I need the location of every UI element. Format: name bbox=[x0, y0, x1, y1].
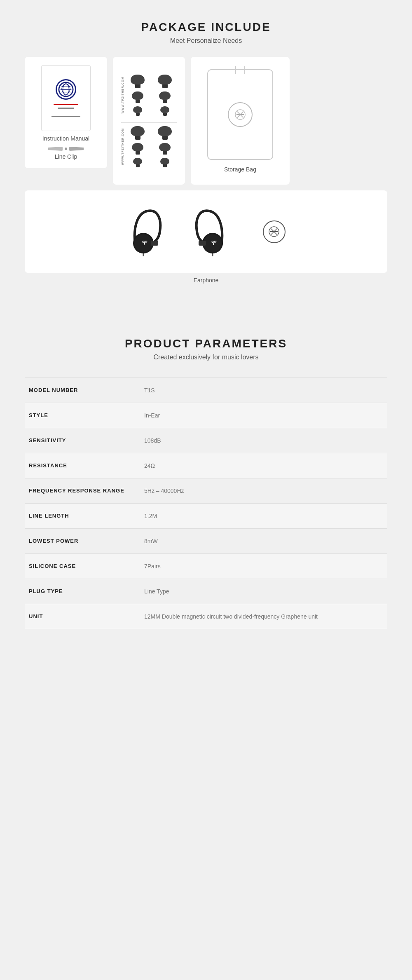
eartips-card: WWW.TFZITHER.COM bbox=[113, 57, 185, 185]
manual-line-red bbox=[54, 104, 78, 105]
items-top-row: Instruction Manual Line Clip WWW.TFZITHE… bbox=[25, 57, 387, 185]
param-value-5: 1.2M bbox=[140, 504, 387, 529]
eartip-m3 bbox=[126, 143, 150, 155]
tfz-label-bottom: WWW.TFZITHER.COM bbox=[121, 128, 124, 165]
bag-logo bbox=[228, 102, 253, 127]
param-value-0: T1S bbox=[140, 378, 387, 403]
package-section: PACKAGE INCLUDE Meet Personalize Needs bbox=[0, 0, 412, 300]
earphone-row: ℉ ℉ bbox=[25, 190, 387, 284]
instruction-manual-card: Instruction Manual Line Clip bbox=[25, 57, 107, 168]
param-label-5: LINE LENGTH bbox=[25, 504, 140, 529]
eartip-stem bbox=[163, 100, 167, 103]
param-value-4: 5Hz – 40000Hz bbox=[140, 478, 387, 504]
params-table: MODEL NUMBER T1S STYLE In-Ear SENSITIVIT… bbox=[25, 377, 387, 629]
eartips-inner: WWW.TFZITHER.COM bbox=[121, 75, 177, 167]
param-label-2: SENSITIVITY bbox=[25, 428, 140, 453]
param-value-2: 108dB bbox=[140, 428, 387, 453]
eartip-body bbox=[160, 158, 169, 164]
brand-logo-manual bbox=[56, 79, 76, 100]
eartip-body bbox=[158, 126, 172, 136]
eartip-s2 bbox=[153, 106, 177, 116]
bag-strings bbox=[235, 66, 245, 74]
eartip-m1 bbox=[126, 91, 150, 103]
bag-label: Storage Bag bbox=[224, 166, 256, 173]
params-row: SENSITIVITY 108dB bbox=[25, 428, 387, 453]
param-label-3: RESISTANCE bbox=[25, 453, 140, 478]
eartip-body bbox=[131, 126, 145, 136]
storage-bag-card: Storage Bag bbox=[191, 57, 290, 185]
section-divider bbox=[0, 300, 412, 312]
param-label-4: FREQUENCY RESPONSE RANGE bbox=[25, 478, 140, 504]
params-row: FREQUENCY RESPONSE RANGE 5Hz – 40000Hz bbox=[25, 478, 387, 504]
eartips-top-section: WWW.TFZITHER.COM bbox=[121, 75, 177, 116]
manual-line-1 bbox=[58, 108, 74, 109]
eartip-s3 bbox=[126, 158, 150, 167]
param-value-8: Line Type bbox=[140, 579, 387, 604]
eartip-stem bbox=[136, 113, 140, 116]
eartip-stem bbox=[135, 84, 140, 88]
eartip-stem bbox=[136, 100, 140, 103]
package-title: PACKAGE INCLUDE bbox=[25, 21, 387, 34]
earphone-left: ℉ bbox=[127, 207, 168, 256]
svg-rect-10 bbox=[151, 241, 158, 246]
param-label-7: SILICONE CASE bbox=[25, 554, 140, 579]
param-label-1: STYLE bbox=[25, 403, 140, 428]
param-value-1: In-Ear bbox=[140, 403, 387, 428]
eartip-l3 bbox=[126, 126, 150, 140]
package-subtitle: Meet Personalize Needs bbox=[25, 37, 387, 45]
params-section: PRODUCT PARAMETERS Created exclusively f… bbox=[0, 312, 412, 646]
eartips-bottom-section: WWW.TFZITHER.COM bbox=[121, 126, 177, 167]
eartip-m4 bbox=[153, 143, 177, 155]
params-row: MODEL NUMBER T1S bbox=[25, 378, 387, 403]
clip-illustration bbox=[48, 147, 84, 151]
eartip-stem bbox=[135, 136, 140, 140]
eartip-stem bbox=[163, 113, 167, 116]
param-value-3: 24Ω bbox=[140, 453, 387, 478]
eartip-stem bbox=[162, 136, 168, 140]
eartip-body bbox=[159, 143, 171, 151]
eartip-body bbox=[133, 106, 142, 113]
tfz-label-top: WWW.TFZITHER.COM bbox=[121, 77, 124, 113]
eartips-grid-top bbox=[126, 75, 177, 116]
earphone-brand-circle bbox=[263, 220, 286, 243]
manual-bottom-line bbox=[52, 116, 80, 117]
clip-left bbox=[48, 147, 63, 151]
param-label-6: LOWEST POWER bbox=[25, 529, 140, 554]
params-subtitle: Created exclusively for music lovers bbox=[25, 354, 387, 361]
params-title: PRODUCT PARAMETERS bbox=[25, 337, 387, 350]
eartips-grid-bottom bbox=[126, 126, 177, 167]
bag-string-right bbox=[244, 66, 245, 74]
eartip-m2 bbox=[153, 91, 177, 103]
clip-label: Line Clip bbox=[55, 153, 77, 160]
params-row: STYLE In-Ear bbox=[25, 403, 387, 428]
eartip-s1 bbox=[126, 106, 150, 116]
eartip-stem bbox=[163, 164, 167, 167]
params-row: SILICONE CASE 7Pairs bbox=[25, 554, 387, 579]
svg-rect-15 bbox=[199, 241, 206, 246]
eartip-stem bbox=[162, 84, 168, 88]
params-row: LINE LENGTH 1.2M bbox=[25, 504, 387, 529]
eartip-l4 bbox=[153, 126, 177, 140]
eartip-body bbox=[158, 75, 172, 84]
eartip-body bbox=[131, 75, 145, 84]
params-row: RESISTANCE 24Ω bbox=[25, 453, 387, 478]
param-value-6: 8mW bbox=[140, 529, 387, 554]
line-clip-area: Line Clip bbox=[48, 147, 84, 160]
earphone-label: Earphone bbox=[25, 277, 387, 284]
param-value-7: 7Pairs bbox=[140, 554, 387, 579]
bag-illustration bbox=[207, 69, 273, 160]
eartip-stem bbox=[163, 151, 167, 155]
eartip-body bbox=[132, 91, 143, 100]
manual-illustration bbox=[41, 65, 91, 131]
param-label-9: UNIT bbox=[25, 604, 140, 629]
params-row: PLUG TYPE Line Type bbox=[25, 579, 387, 604]
eartip-body bbox=[159, 91, 171, 100]
params-row: UNIT 12MM Double magnetic circuit two di… bbox=[25, 604, 387, 629]
param-label-8: PLUG TYPE bbox=[25, 579, 140, 604]
eartip-body bbox=[133, 158, 142, 164]
eartip-l2 bbox=[153, 75, 177, 88]
eartip-body bbox=[160, 106, 169, 113]
eartip-l1 bbox=[126, 75, 150, 88]
clip-right bbox=[69, 147, 84, 151]
param-label-0: MODEL NUMBER bbox=[25, 378, 140, 403]
